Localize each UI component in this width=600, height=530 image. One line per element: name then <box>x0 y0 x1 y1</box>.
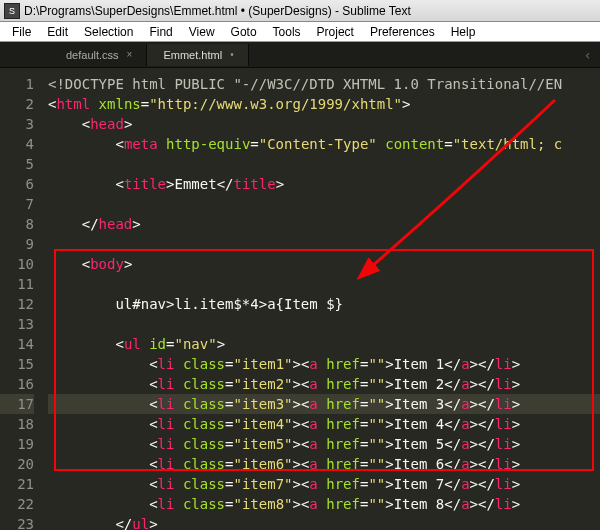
window-title: D:\Programs\SuperDesigns\Emmet.html • (S… <box>24 4 411 18</box>
menu-find[interactable]: Find <box>141 23 180 41</box>
tab-bar: default.css × Emmet.html • ‹ <box>0 42 600 68</box>
tab-default-css[interactable]: default.css × <box>50 44 147 66</box>
menu-goto[interactable]: Goto <box>223 23 265 41</box>
menu-bar: File Edit Selection Find View Goto Tools… <box>0 22 600 42</box>
menu-file[interactable]: File <box>4 23 39 41</box>
tab-emmet-html[interactable]: Emmet.html • <box>147 44 248 66</box>
line-number-gutter: 123456789101112131415161718192021222324 <box>0 68 48 530</box>
tab-scroll-left-icon[interactable]: ‹ <box>576 47 600 63</box>
tab-label: default.css <box>66 49 119 61</box>
menu-tools[interactable]: Tools <box>265 23 309 41</box>
menu-project[interactable]: Project <box>309 23 362 41</box>
title-bar: S D:\Programs\SuperDesigns\Emmet.html • … <box>0 0 600 22</box>
menu-selection[interactable]: Selection <box>76 23 141 41</box>
menu-view[interactable]: View <box>181 23 223 41</box>
tab-label: Emmet.html <box>163 49 222 61</box>
app-icon: S <box>4 3 20 19</box>
dirty-icon[interactable]: • <box>230 49 234 60</box>
menu-help[interactable]: Help <box>443 23 484 41</box>
menu-preferences[interactable]: Preferences <box>362 23 443 41</box>
code-area[interactable]: <!DOCTYPE html PUBLIC "-//W3C//DTD XHTML… <box>48 68 600 530</box>
menu-edit[interactable]: Edit <box>39 23 76 41</box>
close-icon[interactable]: × <box>127 49 133 60</box>
